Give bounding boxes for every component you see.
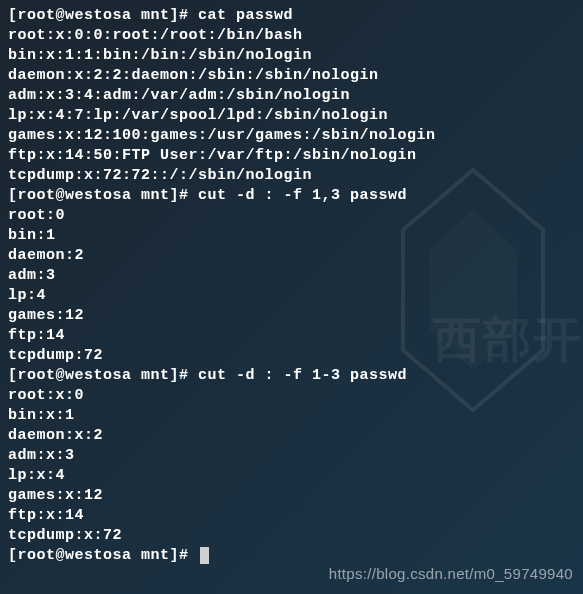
terminal-line: tcpdump:x:72: [8, 526, 575, 546]
terminal-line: adm:x:3:4:adm:/var/adm:/sbin/nologin: [8, 86, 575, 106]
terminal-line: adm:3: [8, 266, 575, 286]
terminal-line: root:x:0: [8, 386, 575, 406]
terminal-line: tcpdump:x:72:72::/:/sbin/nologin: [8, 166, 575, 186]
terminal-line: games:x:12:100:games:/usr/games:/sbin/no…: [8, 126, 575, 146]
terminal-line: root:0: [8, 206, 575, 226]
terminal-line: daemon:2: [8, 246, 575, 266]
cursor-icon: [200, 547, 209, 564]
terminal-line: tcpdump:72: [8, 346, 575, 366]
terminal-prompt: [root@westosa mnt]#: [8, 547, 198, 564]
terminal-line: [root@westosa mnt]# cat passwd: [8, 6, 575, 26]
terminal-line: games:x:12: [8, 486, 575, 506]
terminal-line: adm:x:3: [8, 446, 575, 466]
terminal-prompt-line: [root@westosa mnt]#: [8, 546, 575, 566]
terminal-line: ftp:x:14: [8, 506, 575, 526]
terminal-line: [root@westosa mnt]# cut -d : -f 1,3 pass…: [8, 186, 575, 206]
terminal-line: lp:x:4: [8, 466, 575, 486]
terminal-output[interactable]: [root@westosa mnt]# cat passwd root:x:0:…: [0, 6, 583, 566]
terminal-line: lp:x:4:7:lp:/var/spool/lpd:/sbin/nologin: [8, 106, 575, 126]
terminal-line: root:x:0:0:root:/root:/bin/bash: [8, 26, 575, 46]
terminal-line: bin:x:1:1:bin:/bin:/sbin/nologin: [8, 46, 575, 66]
terminal-line: daemon:x:2:2:daemon:/sbin:/sbin/nologin: [8, 66, 575, 86]
watermark-url: https://blog.csdn.net/m0_59749940: [329, 564, 573, 584]
terminal-line: bin:x:1: [8, 406, 575, 426]
terminal-line: bin:1: [8, 226, 575, 246]
terminal-line: games:12: [8, 306, 575, 326]
terminal-line: daemon:x:2: [8, 426, 575, 446]
terminal-line: lp:4: [8, 286, 575, 306]
terminal-line: ftp:14: [8, 326, 575, 346]
terminal-line: ftp:x:14:50:FTP User:/var/ftp:/sbin/nolo…: [8, 146, 575, 166]
terminal-line: [root@westosa mnt]# cut -d : -f 1-3 pass…: [8, 366, 575, 386]
